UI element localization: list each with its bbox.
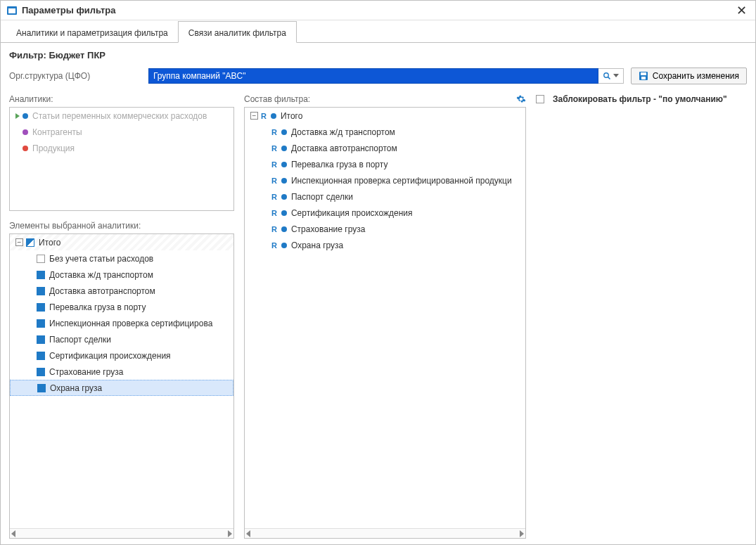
expander-icon[interactable]: −: [15, 238, 23, 246]
filter-item[interactable]: RПеревалка груза в порту: [245, 156, 525, 172]
filter-item[interactable]: RИнспекционная проверка сертифицированно…: [245, 172, 525, 188]
elements-root-label: Итого: [39, 238, 60, 248]
elements-item-label: Паспорт сделки: [49, 335, 111, 345]
save-button[interactable]: Сохранить изменения: [631, 68, 747, 84]
save-icon: [639, 71, 648, 81]
checkbox[interactable]: [37, 352, 45, 360]
elements-item-label: Инспекционная проверка сертифицирова: [49, 319, 212, 328]
lock-filter-row[interactable]: Заблокировать фильтр - "по умолчанию": [536, 90, 747, 108]
r-icon: R: [271, 241, 277, 250]
expander-icon[interactable]: −: [250, 112, 258, 120]
elements-item[interactable]: Сертификация происхождения: [10, 347, 233, 364]
org-combo-field[interactable]: Группа компаний "ABC": [148, 68, 598, 84]
filter-content-title: Состав фильтра:: [244, 90, 526, 107]
elements-root[interactable]: −Итого: [10, 234, 233, 250]
h-scrollbar[interactable]: [10, 528, 233, 538]
elements-item-label: Страхование груза: [49, 367, 123, 377]
filter-content-tree[interactable]: −RИтогоRДоставка ж/д транспортомRДоставк…: [245, 108, 525, 528]
r-icon: R: [271, 209, 277, 217]
checkbox[interactable]: [37, 319, 45, 328]
elements-item[interactable]: Паспорт сделки: [10, 331, 233, 347]
elements-item-label: Охрана груза: [50, 383, 102, 393]
org-combo-trigger[interactable]: [598, 68, 624, 84]
color-dot-icon: [281, 210, 287, 216]
filter-item-label: Доставка автотранспортом: [291, 143, 397, 153]
scroll-left-icon[interactable]: [246, 530, 250, 537]
filter-content-title-label: Состав фильтра:: [244, 94, 310, 104]
save-button-label: Сохранить изменения: [653, 71, 739, 81]
elements-item-label: Перевалка груза в порту: [49, 302, 146, 312]
checkbox[interactable]: [37, 335, 45, 344]
elements-item[interactable]: Перевалка груза в порту: [10, 299, 233, 315]
window: Параметры фильтра ✕ Аналитики и параметр…: [0, 0, 756, 545]
color-dot-icon: [281, 194, 287, 200]
elements-item[interactable]: Доставка ж/д транспортом: [10, 267, 233, 283]
h-scrollbar[interactable]: [245, 528, 525, 538]
checkbox[interactable]: [37, 255, 45, 263]
checkbox[interactable]: [37, 384, 46, 392]
main: Аналитики: Статьи переменных коммерчески…: [1, 90, 755, 544]
color-dot-icon: [23, 146, 28, 151]
filter-item[interactable]: RСертификация происхождения: [245, 205, 525, 221]
tab-analytics-links[interactable]: Связи аналитик фильтра: [178, 21, 297, 43]
elements-tree[interactable]: −ИтогоБез учета статьи расходовДоставка …: [10, 234, 233, 528]
lock-filter-label: Заблокировать фильтр - "по умолчанию": [553, 94, 727, 104]
svg-rect-6: [641, 77, 646, 79]
color-dot-icon: [271, 113, 276, 119]
close-button[interactable]: ✕: [733, 3, 750, 18]
right-column: Заблокировать фильтр - "по умолчанию": [536, 90, 747, 539]
svg-line-3: [608, 77, 610, 79]
filter-content-panel: −RИтогоRДоставка ж/д транспортомRДоставк…: [244, 107, 526, 539]
checkbox[interactable]: [26, 238, 34, 247]
checkbox[interactable]: [37, 303, 45, 312]
elements-panel: −ИтогоБез учета статьи расходовДоставка …: [9, 233, 234, 539]
filter-item[interactable]: RДоставка ж/д транспортом: [245, 124, 525, 140]
analytics-tree[interactable]: Статьи переменных коммерческих расходовК…: [10, 108, 233, 210]
filter-item-label: Перевалка груза в порту: [291, 160, 387, 169]
org-combo[interactable]: Группа компаний "ABC": [148, 68, 624, 84]
r-icon: R: [271, 177, 277, 185]
filter-root[interactable]: −RИтого: [245, 108, 525, 124]
filter-header: Фильтр: Бюджет ПКР: [1, 43, 755, 65]
r-icon: R: [271, 160, 277, 169]
filter-item[interactable]: RОхрана груза: [245, 237, 525, 253]
color-dot-icon: [281, 243, 287, 248]
elements-item[interactable]: Страхование груза: [10, 364, 233, 380]
arrow-icon: [15, 113, 20, 119]
checkbox[interactable]: [37, 368, 45, 376]
filter-item-label: Сертификация происхождения: [291, 208, 413, 218]
scroll-left-icon[interactable]: [11, 530, 15, 537]
svg-rect-5: [641, 72, 646, 75]
filter-item[interactable]: RСтрахование груза: [245, 221, 525, 237]
scroll-right-icon[interactable]: [228, 530, 232, 537]
tab-analytics-params[interactable]: Аналитики и параметризация фильтра: [6, 22, 178, 42]
scroll-right-icon[interactable]: [520, 530, 524, 537]
color-dot-icon: [23, 129, 28, 135]
filter-item[interactable]: RДоставка автотранспортом: [245, 140, 525, 156]
checkbox[interactable]: [37, 271, 45, 279]
svg-rect-1: [8, 8, 15, 13]
lock-filter-checkbox[interactable]: [536, 95, 544, 103]
org-value: Группа компаний "ABC": [153, 71, 245, 81]
elements-item[interactable]: Доставка автотранспортом: [10, 283, 233, 299]
r-icon: R: [271, 193, 277, 201]
tab-strip: Аналитики и параметризация фильтра Связи…: [1, 20, 755, 43]
color-dot-icon: [281, 178, 287, 184]
analytics-item[interactable]: Продукция: [10, 140, 233, 156]
filter-item-label: Доставка ж/д транспортом: [291, 127, 395, 137]
middle-column: Состав фильтра: −RИтогоRДоставка ж/д тра…: [244, 90, 526, 539]
analytics-item-label: Статьи переменных коммерческих расходов: [32, 111, 207, 121]
r-icon: R: [271, 128, 277, 136]
elements-item[interactable]: Инспекционная проверка сертифицирова: [10, 315, 233, 331]
analytics-item[interactable]: Контрагенты: [10, 124, 233, 140]
toolbar: Орг.структура (ЦФО) Группа компаний "ABC…: [1, 65, 755, 90]
checkbox[interactable]: [37, 287, 45, 295]
app-icon: [6, 5, 18, 16]
tab-label: Аналитики и параметризация фильтра: [16, 28, 168, 38]
elements-item[interactable]: Охрана груза: [10, 380, 233, 396]
filter-item[interactable]: RПаспорт сделки: [245, 188, 525, 205]
analytics-item[interactable]: Статьи переменных коммерческих расходов: [10, 108, 233, 124]
gear-icon[interactable]: [516, 94, 526, 104]
elements-item[interactable]: Без учета статьи расходов: [10, 250, 233, 267]
chevron-down-icon: [613, 74, 619, 78]
